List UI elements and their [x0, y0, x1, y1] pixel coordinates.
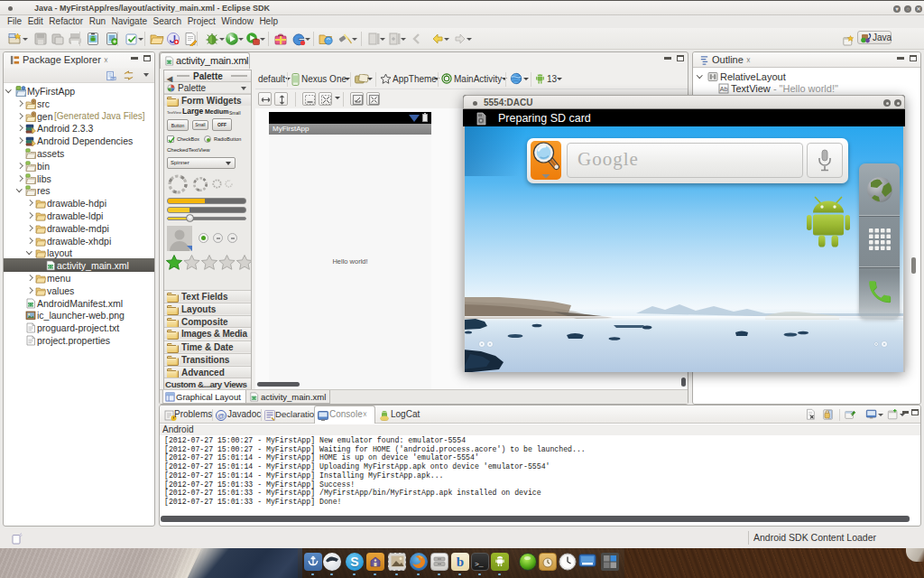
svg-text:@: @ [217, 412, 225, 420]
svg-text:Ab: Ab [720, 86, 728, 92]
